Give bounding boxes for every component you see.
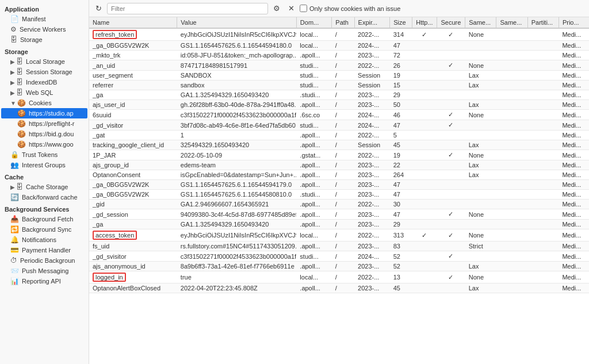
sidebar-item-cookies-studio[interactable]: 🍪 https://studio.ap bbox=[1, 108, 87, 118]
table-row[interactable]: _gidGA1.2.946966607.1654365921.apoll.../… bbox=[89, 200, 589, 209]
col-header-priority[interactable]: Prio... bbox=[559, 17, 589, 28]
col-header-name[interactable]: Name bbox=[89, 17, 177, 28]
issue-filter-label[interactable]: Only show cookies with an issue bbox=[300, 5, 400, 12]
table-row[interactable]: ajs_user_idgh.26f28bff-63b0-40de-878a-29… bbox=[89, 100, 589, 110]
table-row[interactable]: OptanonConsentisGpcEnabled=0&datestamp=S… bbox=[89, 170, 589, 180]
cookie-size-cell: 30 bbox=[390, 200, 412, 209]
col-header-expires[interactable]: Expir... bbox=[354, 17, 390, 28]
cookie-http-cell: ✓ bbox=[412, 229, 437, 242]
sidebar-item-notifications[interactable]: 🔔 Notifications bbox=[1, 235, 87, 245]
col-header-value[interactable]: Value bbox=[177, 17, 296, 28]
table-row[interactable]: ajs_anonymous_id8a9b6ff3-73a1-42e6-81ef-… bbox=[89, 262, 589, 271]
cookie-partition-cell bbox=[527, 209, 559, 220]
table-row[interactable]: _gaGA1.1.325494329.1650493420.studi.../2… bbox=[89, 90, 589, 100]
table-row[interactable]: _gd_session94099380-3c4f-4c5d-87d8-69774… bbox=[89, 209, 589, 220]
table-row[interactable]: access_tokeneyJhbGciOiJSUzI1NiIsInR5cCI6… bbox=[89, 229, 589, 242]
sidebar-item-trust-tokens[interactable]: 🔒 Trust Tokens bbox=[1, 150, 87, 160]
toolbar: ↻ ⚙ ✕ Only show cookies with an issue bbox=[89, 0, 589, 17]
table-row[interactable]: _mkto_trkid:058-JFU-851&token:_mch-apoll… bbox=[89, 51, 589, 60]
table-row[interactable]: user_segmentSANDBOXstudi.../Session19Lax… bbox=[89, 71, 589, 81]
sidebar-item-cookies[interactable]: ▼ 🍪 Cookies bbox=[1, 98, 87, 108]
cookie-partition-cell bbox=[527, 41, 559, 51]
col-header-samesite2[interactable]: Same... bbox=[496, 17, 527, 28]
sidebar-item-session-storage[interactable]: ▶ 🗄 Session Storage bbox=[1, 67, 87, 77]
cookie-expires-cell: 2023-... bbox=[354, 90, 390, 100]
background-sync-icon: 🔁 bbox=[10, 225, 19, 233]
col-header-samesite1[interactable]: Same... bbox=[465, 17, 496, 28]
cookie-domain-cell: local... bbox=[296, 229, 332, 242]
sidebar-item-web-sql[interactable]: ▶ 🗄 Web SQL bbox=[1, 87, 87, 98]
cookie-http-cell bbox=[412, 160, 437, 170]
issue-filter-checkbox[interactable] bbox=[300, 5, 307, 12]
cookie-domain-cell: .apoll... bbox=[296, 220, 332, 229]
cookie-path-cell: / bbox=[332, 229, 354, 242]
col-header-secure[interactable]: Secure bbox=[437, 17, 465, 28]
cookie-samesite2-cell bbox=[496, 131, 527, 140]
filter-input[interactable] bbox=[107, 3, 268, 14]
table-row[interactable]: _gd_svisitorc3f31502271f00002f4533623b00… bbox=[89, 251, 589, 262]
sidebar-item-reporting-api[interactable]: 📊 Reporting API bbox=[1, 276, 87, 286]
sidebar-item-cookies-google[interactable]: 🍪 https://www.goo bbox=[1, 139, 87, 150]
col-header-size[interactable]: Size bbox=[390, 17, 412, 28]
cookie-http-cell: ✓ bbox=[412, 28, 437, 41]
sidebar-item-service-workers[interactable]: ⚙ Service Workers bbox=[1, 24, 87, 35]
col-header-http[interactable]: Http... bbox=[412, 17, 437, 28]
filter-settings-button[interactable]: ⚙ bbox=[270, 2, 283, 14]
sidebar-section-application: Application bbox=[0, 2, 89, 14]
cookie-secure-cell: ✓ bbox=[437, 120, 465, 131]
col-header-domain[interactable]: Dom... bbox=[296, 17, 332, 28]
cookie-value-cell: eyJhbGciOiJSUzI1NiIsInR5cCI6IkpXVCJ9.e..… bbox=[177, 28, 296, 41]
table-row[interactable]: 6suuidc3f31502271f00002f4533623b000000a1… bbox=[89, 110, 589, 120]
cache-storage-icon: 🗄 bbox=[16, 183, 23, 191]
sidebar-item-interest-groups[interactable]: 👥 Interest Groups bbox=[1, 160, 87, 170]
indexeddb-arrow: ▶ bbox=[10, 79, 15, 86]
table-row[interactable]: _ga_0BGG5V2W2KGS1.1.1654457625.6.1.16544… bbox=[89, 41, 589, 51]
cookie-http-cell bbox=[412, 283, 437, 293]
sidebar-item-local-storage[interactable]: ▶ 🗄 Local Storage bbox=[1, 56, 87, 67]
cookie-expires-cell: 2022-... bbox=[354, 229, 390, 242]
sidebar-item-back-forward-cache[interactable]: 🔄 Back/forward cache bbox=[1, 192, 87, 202]
cookie-name-cell: fs_uid bbox=[89, 242, 177, 251]
sidebar-item-periodic-background[interactable]: ⏱ Periodic Backgroun bbox=[1, 255, 87, 266]
cookie-name-cell: tracking_google_client_id bbox=[89, 140, 177, 150]
refresh-button[interactable]: ↻ bbox=[93, 2, 105, 14]
sidebar-item-indexeddb[interactable]: ▶ 🗄 IndexedDB bbox=[1, 77, 87, 87]
cookie-samesite2-cell bbox=[496, 180, 527, 190]
cookie-domain-cell: local... bbox=[296, 28, 332, 41]
table-row[interactable]: _ga_0BGG5V2W2KGS1.1.1654457625.6.1.16544… bbox=[89, 180, 589, 190]
cookie-http-cell bbox=[412, 100, 437, 110]
cookie-expires-cell: 2022-... bbox=[354, 271, 390, 283]
payment-handler-icon: 💳 bbox=[10, 246, 19, 254]
table-row[interactable]: _an_uid8747171848981517991studi.../2022-… bbox=[89, 60, 589, 71]
table-row[interactable]: _ga_0BGG5V2W2KGS1.1.1654457625.6.1.16544… bbox=[89, 190, 589, 200]
table-row[interactable]: _gat1.apoll.../2022-...5Medi... bbox=[89, 131, 589, 140]
cookie-domain-cell: .apoll... bbox=[296, 180, 332, 190]
clear-filter-button[interactable]: ✕ bbox=[285, 2, 297, 14]
table-row[interactable]: ajs_group_idedems-team.apoll.../2023-...… bbox=[89, 160, 589, 170]
table-row[interactable]: fs_uidrs.fullstory.com#15NC4#51174330512… bbox=[89, 242, 589, 251]
sidebar-item-cookies-preflight[interactable]: 🍪 https://preflight-r bbox=[1, 118, 87, 129]
cookie-name-cell: ajs_user_id bbox=[89, 100, 177, 110]
table-row[interactable]: _gaGA1.1.325494329.1650493420.apoll.../2… bbox=[89, 220, 589, 229]
sidebar-item-payment-handler[interactable]: 💳 Payment Handler bbox=[1, 245, 87, 255]
sidebar-item-push-messaging[interactable]: 📨 Push Messaging bbox=[1, 266, 87, 276]
sidebar-item-cookies-bid[interactable]: 🍪 https://bid.g.dou bbox=[1, 129, 87, 139]
table-row[interactable]: tracking_google_client_id325494329.16504… bbox=[89, 140, 589, 150]
table-row[interactable]: logged_intruelocal.../2022-...13✓NoneMed… bbox=[89, 271, 589, 283]
sidebar-item-background-sync[interactable]: 🔁 Background Sync bbox=[1, 224, 87, 235]
sidebar-item-cache-storage[interactable]: ▶ 🗄 Cache Storage bbox=[1, 182, 87, 192]
col-header-partition[interactable]: Partiti... bbox=[527, 17, 559, 28]
cookies-bid-icon: 🍪 bbox=[17, 130, 26, 138]
table-row[interactable]: OptanonAlertBoxClosed2022-04-20T22:23:45… bbox=[89, 283, 589, 293]
col-header-path[interactable]: Path bbox=[332, 17, 354, 28]
table-row[interactable]: _gd_visitor3bf7d08c-ab49-4c6e-8f1e-64ed7… bbox=[89, 120, 589, 131]
table-row[interactable]: 1P_JAR2022-05-10-09.gstat.../2022-...19✓… bbox=[89, 150, 589, 160]
table-row[interactable]: refresh_tokeneyJhbGciOiJSUzI1NiIsInR5cCI… bbox=[89, 28, 589, 41]
sidebar-item-background-fetch[interactable]: 📥 Background Fetch bbox=[1, 214, 87, 224]
cookie-path-cell: / bbox=[332, 71, 354, 81]
cookie-value-cell: id:058-JFU-851&token:_mch-apollograp... bbox=[177, 51, 296, 60]
sidebar-item-storage-top[interactable]: 🗄 Storage bbox=[1, 35, 87, 45]
table-row[interactable]: referrersandboxstudi.../Session15LaxMedi… bbox=[89, 81, 589, 90]
cookie-partition-cell bbox=[527, 71, 559, 81]
sidebar-item-manifest[interactable]: 📄 Manifest bbox=[1, 14, 87, 24]
